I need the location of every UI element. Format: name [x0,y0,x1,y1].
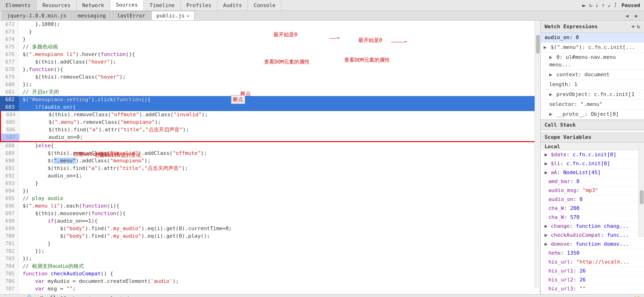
scope-item-hehe: hehe: 1350 [541,249,644,258]
scope-item-his-url2: his_url2: 26 [541,276,644,285]
watch-item-0: ▶ 0: ul#menu-nav.menu menu... [541,53,644,70]
bottom-format-icon[interactable]: {} [49,295,57,297]
file-tab-lasterror[interactable]: lastError [112,11,150,20]
scope-expand-checkaudio[interactable]: ▶ [545,232,548,238]
code-line-700: 700 $("body").find(".my_audio").eq(i).ge… [0,233,540,240]
watch-expressions-header: Watch Expressions + ↻ [541,21,644,33]
code-line-696: 696 $(".menu li").each(function(i){ [0,202,540,210]
bottom-console-icon[interactable]: >_ [15,295,23,297]
code-line-695: 695 // play audio [0,195,540,202]
code-line-689: 689 $(this).removeClass("invalid").addCl… [0,150,540,157]
code-line-690: 690 $(".menu").addClass("menupiano"); [0,157,540,165]
scope-body: Local ▶ $date: c.fn.c.init[0] ▶ $li: c.f… [541,143,644,294]
right-panel: Watch Expressions + ↻ audio_on: 0 ▶ $(".… [540,21,644,294]
bottom-pause-icon[interactable]: ⏸ [38,295,45,297]
nav-audits[interactable]: Audits [217,0,248,10]
code-line-698: 698 if(audio_on==1){ [0,217,540,225]
watch-item-proto-arrow: ▶ [549,111,553,117]
debug-resume-btn[interactable]: ► [582,1,586,9]
file-tab-publicjs[interactable]: public.js ✕ [151,11,195,20]
code-scroll-area[interactable]: 672 },1000); 673 } 674 } 675 // 多颜色动画 [0,21,540,294]
vertical-scrollbar[interactable] [535,21,540,289]
scope-variables-header: Scope Variables [541,132,644,143]
watch-header-icons: + ↻ [631,23,640,30]
file-tab-jquery-label: jquery-1.8.0.min.js [7,13,66,19]
code-line-701: 701 } [0,240,540,248]
scope-expand-date[interactable]: ▶ [545,152,548,158]
code-line-677: 677 $(this).addClass("hover"); [0,58,540,66]
scope-item-cha-w1: cha_W: 200 [541,204,644,213]
file-tab-publicjs-label: public.js [157,13,185,19]
bottom-search-icon[interactable]: 🔍 [26,295,34,297]
watch-item-menu: ▶ $(".menu"): c.fn.c.init[... [541,43,644,53]
scope-expand-change[interactable]: ▶ [545,223,548,229]
nav-sources[interactable]: Sources [110,0,144,10]
watch-item-prevobj: ▶ prevObject: c.fn.c.init[1 [541,90,644,100]
code-line-699: 699 $("body").find(".my_audio").eq(i).ge… [0,225,540,233]
nav-resources[interactable]: Resources [37,0,77,10]
scope-item-change: ▶ change: function chang... [541,222,644,231]
file-tabs-icons: ◀ ▶ [623,12,644,19]
scope-item-his-url3: his_url3: "" [541,285,644,294]
code-line-686: 686 $(this).find("a").attr("title","点击开启… [0,126,540,134]
watch-item-0-arrow: ▶ [549,54,553,60]
scope-item-date: ▶ $date: c.fn.c.init[0] [541,151,644,160]
file-tabs-bar: jquery-1.8.0.min.js messaging lastError … [0,11,644,21]
warning-indicator: ⚠ 12 [628,296,641,297]
watch-item-0-label: 0: ul#menu-nav.menu menu... [549,54,616,68]
watch-item-selector-label: selector: ".menu" [549,101,603,107]
nav-elements[interactable]: Elements [0,0,37,10]
debug-stepover-btn[interactable]: ↻ [589,2,592,8]
watch-item-length-label: length: 1 [549,81,578,88]
nav-console[interactable]: Console [248,0,281,10]
watch-refresh-icon[interactable]: ↻ [637,23,640,30]
scope-item-li: ▶ $li: c.fn.c.init[0] [541,160,644,169]
call-stack-header: Call Stack [541,120,644,130]
nav-network[interactable]: Network [77,0,110,10]
watch-item-context: ▶ context: document [541,70,644,80]
code-line-685: 685 $(".menu").removeClass("menupiano"); [0,119,540,126]
nav-profiles[interactable]: Profiles [181,0,217,10]
debug-deactivate-btn[interactable]: ↙ [608,2,611,8]
watch-item-menu-arrow: ▶ [544,44,547,50]
code-line-676: 676 $(".menupiano li").hover(function(){ [0,51,540,58]
file-tab-messaging[interactable]: messaging [73,11,111,20]
file-tab-lasterror-label: lastError [117,13,145,19]
tab-right-icon[interactable]: ▶ [633,12,640,19]
watch-add-icon[interactable]: + [631,23,635,30]
code-line-675: 675 // 多颜色动画 [0,43,540,51]
watch-item-audio-on: audio_on: 0 [541,33,644,43]
bottom-bar: ⊗ >_ 🔍 ⏸ {} 10 characters selected ⚠ 12 [0,294,644,297]
scope-item-audio-on: audio_on: 0 [541,195,644,204]
code-line-705: 705 function checkAudioCompat() { [0,270,540,278]
file-tab-close-icon[interactable]: ✕ [187,13,190,18]
code-line-680: 680 }); [0,81,540,88]
bottom-error-icon[interactable]: ⊗ [4,295,11,297]
scope-variables-title: Scope Variables [545,134,591,140]
scope-item-checkaudio: ▶ checkAudioCompat: func... [541,231,644,240]
file-tab-jquery[interactable]: jquery-1.8.0.min.js [2,11,72,20]
watch-item-prevobj-label: prevObject: c.fn.c.init[1 [556,91,635,97]
debug-longresume-btn[interactable]: ⤴ [614,2,617,8]
scope-expand-li[interactable]: ▶ [545,161,548,167]
scope-vertical-scrollbar[interactable] [638,143,644,237]
code-line-692: 692 audio_on=1; [0,172,540,180]
code-line-672: 672 },1000); [0,21,540,28]
nav-timeline[interactable]: Timeline [144,0,181,10]
debug-stepout-btn[interactable]: ↑ [602,2,605,8]
scope-expand-aa[interactable]: ▶ [545,169,548,176]
code-editor[interactable]: 672 },1000); 673 } 674 } 675 // 多颜色动画 [0,21,540,294]
watch-expressions-title: Watch Expressions [545,24,631,30]
scope-local-title: Local [541,143,644,151]
scope-item-aa: ▶ aA: NodeList[45] [541,169,644,177]
code-line-704: 704 // 检测支持audio的格式 [0,263,540,270]
bottom-selected-text: 10 characters selected [60,296,129,297]
code-line-691: 691 $(this).find("a").attr("title","点击关闭… [0,165,540,172]
code-line-682: 682 $("#menupiano-setting").click(functi… [0,96,540,104]
scope-expand-domove[interactable]: ▶ [545,241,548,247]
debug-stepinto-btn[interactable]: ↓ [595,2,599,8]
call-stack-title: Call Stack [545,122,576,128]
tab-left-icon[interactable]: ◀ [623,12,631,19]
scope-item-domove: ▶ domove: function domov... [541,240,644,249]
scope-item-amd-bar: amd_bar: 0 [541,177,644,186]
